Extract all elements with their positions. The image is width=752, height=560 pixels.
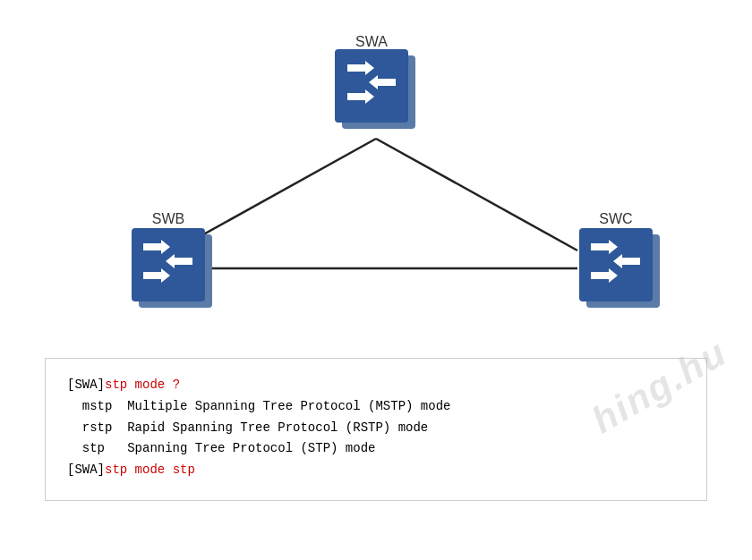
terminal-line-2: mstp Multiple Spanning Tree Protocol (MS… <box>67 396 685 418</box>
cmd-2: stp mode stp <box>105 462 195 477</box>
swa-label: SWA <box>355 34 388 49</box>
output-rstp: rstp Rapid Spanning Tree Protocol (RSTP)… <box>67 420 428 435</box>
line-swa-swc <box>376 139 577 250</box>
prompt-1: [SWA] <box>67 378 105 392</box>
cmd-1: stp mode ? <box>105 378 180 392</box>
terminal-line-1: [SWA]stp mode ? <box>67 375 685 396</box>
swc-switch-front <box>579 228 653 301</box>
swb-label: SWB <box>152 211 184 226</box>
terminal-line-5: [SWA]stp mode stp <box>67 460 685 481</box>
output-stp: stp Spanning Tree Protocol (STP) mode <box>67 441 375 455</box>
swc-label: SWC <box>599 211 632 226</box>
swb-switch-front <box>132 228 205 301</box>
network-diagram: SWA SWB SWC <box>0 0 752 349</box>
swa-switch-front <box>335 49 408 123</box>
terminal-console: [SWA]stp mode ? mstp Multiple Spanning T… <box>45 358 707 501</box>
output-mstp: mstp Multiple Spanning Tree Protocol (MS… <box>67 399 450 413</box>
terminal-line-4: stp Spanning Tree Protocol (STP) mode <box>67 438 685 460</box>
prompt-2: [SWA] <box>67 462 105 477</box>
topology-svg: SWA SWB SWC <box>0 0 752 349</box>
terminal-line-3: rstp Rapid Spanning Tree Protocol (RSTP)… <box>67 418 685 439</box>
